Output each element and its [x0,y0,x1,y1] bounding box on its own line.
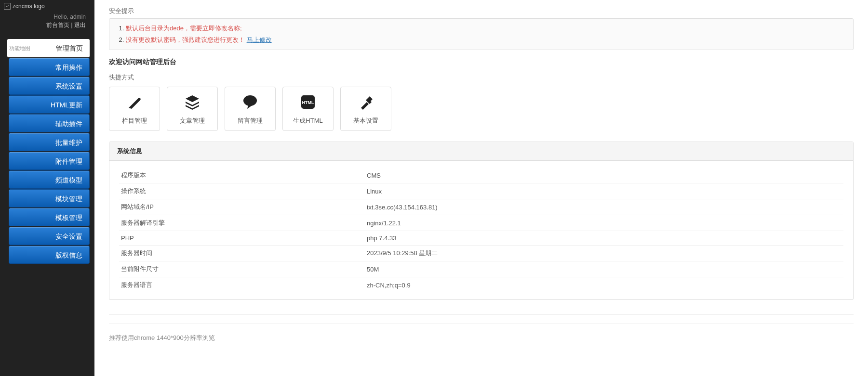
nav-item-label: 管理首页 [56,44,83,52]
nav-item-2[interactable]: 系统设置 [9,77,90,95]
nav-item-0[interactable]: 功能地图管理首页 [7,39,90,57]
nav-item-label: 版权信息 [55,251,82,259]
sys-value: nginx/1.22.1 [365,215,843,231]
system-info-panel: 系统信息 程序版本CMS操作系统Linux网站域名/IPtxt.3se.cc(4… [109,142,854,300]
sys-value: 2023/9/5 10:29:58 星期二 [365,246,843,261]
sys-key: 当前附件尺寸 [119,261,365,277]
sidebar: zcncms logo Hello, admin 前台首页 | 退出 功能地图管… [0,0,94,376]
broken-image-icon [4,3,11,10]
footer-tip: 推荐使用chrome 1440*900分辨率浏览 [109,324,854,342]
main-content: 安全提示 默认后台目录为dede，需要立即修改名称; 没有更改默认密码，强烈建议… [94,0,868,376]
sys-value: Linux [365,183,843,199]
nav-item-8[interactable]: 模块管理 [9,189,90,207]
nav-item-label: 安全设置 [55,233,82,240]
hammer-icon [356,92,375,112]
table-row: 服务器时间2023/9/5 10:29:58 星期二 [119,246,843,261]
nav-item-label: 模板管理 [55,214,82,221]
nav-item-label: 系统设置 [55,82,82,90]
quick-card-bubble[interactable]: 留言管理 [225,87,276,131]
nav-item-9[interactable]: 模板管理 [9,208,90,226]
quick-card-hammer[interactable]: 基本设置 [340,87,391,131]
nav-item-4[interactable]: 辅助插件 [9,114,90,132]
nav-list: 功能地图管理首页常用操作系统设置HTML更新辅助插件批量维护附件管理频道模型模块… [0,39,94,264]
sys-value: CMS [365,168,843,183]
svg-text:HTML: HTML [302,100,314,105]
welcome-heading: 欢迎访问网站管理后台 [109,58,854,66]
nav-item-7[interactable]: 频道模型 [9,170,90,189]
sys-key: PHP [119,231,365,246]
quick-card-html[interactable]: HTML生成HTML [282,87,334,131]
safety-item-2: 没有更改默认密码，强烈建议您进行更改！ 马上修改 [126,34,846,46]
table-row: 服务器语言zh-CN,zh;q=0.9 [119,277,843,293]
logo-alt-text: zcncms logo [13,3,45,10]
sys-key: 服务器语言 [119,277,365,293]
quick-title: 快捷方式 [109,73,854,82]
table-row: 服务器解译引擎nginx/1.22.1 [119,215,843,231]
nav-item-label: 常用操作 [55,64,82,71]
quick-card-label: 留言管理 [238,117,263,125]
table-row: PHPphp 7.4.33 [119,231,843,246]
nav-item-label: 辅助插件 [55,120,82,128]
sys-key: 程序版本 [119,168,365,183]
table-row: 网站域名/IPtxt.3se.cc(43.154.163.81) [119,199,843,215]
nav-item-10[interactable]: 安全设置 [9,227,90,245]
change-password-link[interactable]: 马上修改 [247,36,272,43]
divider [109,314,854,315]
table-row: 程序版本CMS [119,168,843,183]
stack-icon [183,92,202,112]
sys-value: zh-CN,zh;q=0.9 [365,277,843,293]
quick-card-pencil[interactable]: 栏目管理 [109,87,160,131]
sys-value: 50M [365,261,843,277]
sys-value: txt.3se.cc(43.154.163.81) [365,199,843,215]
nav-item-label: 批量维护 [55,139,82,146]
user-greeting: Hello, admin [4,10,91,21]
html-icon: HTML [298,92,318,112]
safety-item-1: 默认后台目录为dede，需要立即修改名称; [126,23,846,34]
nav-map-tag: 功能地图 [7,39,30,57]
nav-item-label: 频道模型 [55,176,82,184]
system-info-header: 系统信息 [109,142,853,161]
nav-item-1[interactable]: 常用操作 [9,58,90,76]
safety-box: 默认后台目录为dede，需要立即修改名称; 没有更改默认密码，强烈建议您进行更改… [109,18,854,50]
system-info-table: 程序版本CMS操作系统Linux网站域名/IPtxt.3se.cc(43.154… [119,168,843,293]
table-row: 操作系统Linux [119,183,843,199]
sys-key: 服务器时间 [119,246,365,261]
nav-item-label: 附件管理 [55,157,82,165]
quick-card-label: 基本设置 [353,117,378,125]
table-row: 当前附件尺寸50M [119,261,843,277]
nav-item-11[interactable]: 版权信息 [9,246,90,264]
front-home-link[interactable]: 前台首页 [46,22,69,28]
quick-card-label: 文章管理 [180,117,205,125]
nav-item-3[interactable]: HTML更新 [9,95,90,114]
quick-row: 栏目管理文章管理留言管理HTML生成HTML基本设置 [109,87,854,131]
sys-value: php 7.4.33 [365,231,843,246]
sys-key: 服务器解译引擎 [119,215,365,231]
logout-link[interactable]: 退出 [74,22,86,28]
quick-card-stack[interactable]: 文章管理 [167,87,218,131]
nav-item-5[interactable]: 批量维护 [9,133,90,151]
nav-item-6[interactable]: 附件管理 [9,152,90,170]
nav-item-label: 模块管理 [55,195,82,203]
logo: zcncms logo [4,3,91,10]
quick-card-label: 栏目管理 [122,117,147,125]
svg-point-0 [243,95,257,106]
safety-title: 安全提示 [109,7,854,15]
sys-key: 网站域名/IP [119,199,365,215]
pencil-icon [125,92,144,112]
quick-card-label: 生成HTML [293,117,322,125]
bubble-icon [240,92,260,112]
sys-key: 操作系统 [119,183,365,199]
user-links: 前台首页 | 退出 [4,21,91,33]
nav-item-label: HTML更新 [51,101,82,109]
